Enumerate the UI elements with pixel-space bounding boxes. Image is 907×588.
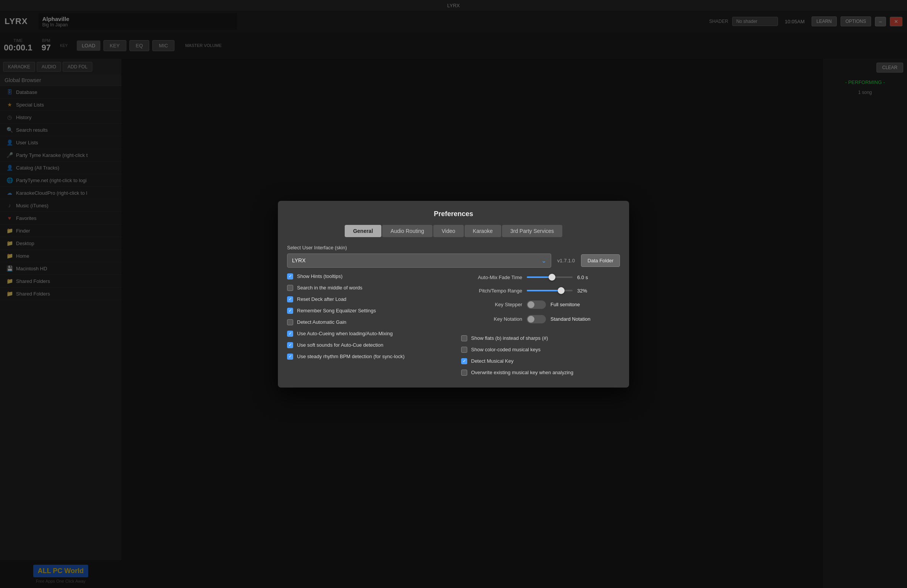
check-label: Detect Automatic Gain bbox=[297, 319, 346, 325]
preferences-title: Preferences bbox=[287, 210, 620, 218]
key-notation-value: Standard Notation bbox=[550, 316, 591, 322]
data-folder-button[interactable]: Data Folder bbox=[581, 254, 620, 267]
checkbox-search-middle[interactable] bbox=[287, 285, 293, 291]
checkbox-soft-sounds[interactable] bbox=[287, 342, 293, 348]
checkbox-overwrite-musical-key[interactable] bbox=[461, 370, 467, 376]
auto-mix-value: 6.0 s bbox=[577, 275, 608, 280]
key-stepper-thumb bbox=[528, 301, 534, 308]
checkbox-steady-rhythm[interactable] bbox=[287, 354, 293, 360]
modal-overlay: Preferences General Audio Routing Video … bbox=[0, 0, 907, 588]
checkbox-auto-cueing[interactable] bbox=[287, 331, 293, 337]
chevron-down-icon: ⌄ bbox=[541, 257, 546, 264]
check-auto-cueing: Use Auto-Cueing when loading/Auto-Mixing bbox=[287, 328, 446, 339]
check-label: Use soft sounds for Auto-Cue detection bbox=[297, 342, 383, 348]
check-soft-sounds: Use soft sounds for Auto-Cue detection bbox=[287, 339, 446, 351]
check-label: Remember Song Equalizer Settings bbox=[297, 308, 376, 313]
skin-dropdown[interactable]: LYRX ⌄ bbox=[287, 254, 551, 268]
check-label: Use Auto-Cueing when loading/Auto-Mixing bbox=[297, 331, 393, 336]
preferences-tabs: General Audio Routing Video Karaoke 3rd … bbox=[287, 225, 620, 237]
check-label: Search in the middle of words bbox=[297, 285, 362, 291]
check-detect-musical-key: Detect Musical Key bbox=[461, 355, 620, 367]
key-notation-thumb bbox=[528, 316, 534, 323]
key-stepper-value: Full semitone bbox=[550, 302, 580, 307]
key-stepper-label: Key Stepper bbox=[461, 302, 522, 307]
check-label: Reset Deck after Load bbox=[297, 296, 346, 302]
check-label: Show Hints (tooltips) bbox=[297, 273, 342, 279]
tab-audio-routing[interactable]: Audio Routing bbox=[382, 225, 433, 237]
auto-mix-fade-time-row: Auto-Mix Fade Time 6.0 s bbox=[461, 271, 620, 284]
check-label: Show flats (b) instead of sharps (#) bbox=[471, 335, 548, 341]
check-reset-deck: Reset Deck after Load bbox=[287, 294, 446, 305]
pitch-tempo-range-row: Pitch/Tempo Range 32% bbox=[461, 284, 620, 297]
pitch-tempo-slider-track[interactable] bbox=[527, 290, 573, 291]
check-remember-eq: Remember Song Equalizer Settings bbox=[287, 305, 446, 317]
check-label: Detect Musical Key bbox=[471, 358, 513, 364]
check-search-middle: Search in the middle of words bbox=[287, 282, 446, 294]
key-stepper-toggle[interactable] bbox=[527, 300, 546, 309]
checkbox-detect-auto-gain[interactable] bbox=[287, 319, 293, 325]
pitch-tempo-thumb[interactable] bbox=[558, 287, 565, 294]
auto-mix-thumb[interactable] bbox=[549, 274, 555, 281]
preferences-modal: Preferences General Audio Routing Video … bbox=[278, 201, 629, 388]
auto-mix-label: Auto-Mix Fade Time bbox=[461, 275, 522, 280]
auto-mix-slider-track[interactable] bbox=[527, 276, 573, 278]
checkbox-show-hints[interactable] bbox=[287, 273, 293, 279]
checkbox-show-flats[interactable] bbox=[461, 335, 467, 341]
pitch-tempo-value: 32% bbox=[577, 288, 608, 294]
check-overwrite-musical-key: Overwrite existing musical key when anal… bbox=[461, 367, 620, 378]
skin-label: Select User Interface (skin) bbox=[287, 245, 620, 250]
tab-video[interactable]: Video bbox=[433, 225, 464, 237]
key-notation-toggle[interactable] bbox=[527, 315, 546, 323]
preferences-content: Show Hints (tooltips) Search in the midd… bbox=[287, 271, 620, 378]
pitch-tempo-label: Pitch/Tempo Range bbox=[461, 288, 522, 294]
left-checkboxes: Show Hints (tooltips) Search in the midd… bbox=[287, 271, 446, 378]
check-label: Use steady rhythm BPM detection (for syn… bbox=[297, 354, 405, 359]
key-notation-row: Key Notation Standard Notation bbox=[461, 312, 620, 326]
skin-selection-row: LYRX ⌄ v1.7.1.0 Data Folder bbox=[287, 254, 620, 268]
tab-3rd-party[interactable]: 3rd Party Services bbox=[502, 225, 562, 237]
key-stepper-row: Key Stepper Full semitone bbox=[461, 297, 620, 312]
check-label: Overwrite existing musical key when anal… bbox=[471, 370, 573, 375]
checkbox-reset-deck[interactable] bbox=[287, 296, 293, 302]
tab-karaoke[interactable]: Karaoke bbox=[465, 225, 501, 237]
check-show-hints: Show Hints (tooltips) bbox=[287, 271, 446, 282]
right-checkboxes: Show flats (b) instead of sharps (#) Sho… bbox=[461, 333, 620, 378]
checkbox-detect-musical-key[interactable] bbox=[461, 358, 467, 364]
checkbox-remember-eq[interactable] bbox=[287, 308, 293, 314]
check-detect-auto-gain: Detect Automatic Gain bbox=[287, 317, 446, 328]
check-color-coded-keys: Show color-coded musical keys bbox=[461, 344, 620, 355]
version-label: v1.7.1.0 bbox=[557, 258, 575, 263]
key-notation-label: Key Notation bbox=[461, 316, 522, 322]
right-controls: Auto-Mix Fade Time 6.0 s Pitch/Tempo Ran… bbox=[461, 271, 620, 378]
checkbox-color-coded-keys[interactable] bbox=[461, 347, 467, 353]
check-label: Show color-coded musical keys bbox=[471, 347, 541, 352]
check-show-flats: Show flats (b) instead of sharps (#) bbox=[461, 333, 620, 344]
pitch-tempo-fill bbox=[527, 290, 561, 291]
check-steady-rhythm: Use steady rhythm BPM detection (for syn… bbox=[287, 351, 446, 362]
skin-value: LYRX bbox=[292, 257, 306, 263]
tab-general[interactable]: General bbox=[345, 225, 381, 237]
